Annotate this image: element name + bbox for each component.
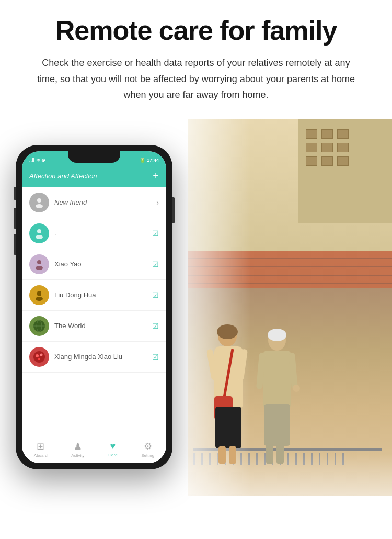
svg-point-2 bbox=[37, 229, 41, 233]
volume-down-button bbox=[14, 234, 16, 255]
svg-rect-27 bbox=[263, 351, 291, 408]
svg-point-33 bbox=[293, 385, 300, 392]
nav-label-care: Care bbox=[108, 453, 117, 457]
contact-name: Liu Dong Hua bbox=[54, 291, 152, 299]
nav-label-aboard: Aboard bbox=[34, 453, 48, 458]
contact-list: New friend › . ☑ bbox=[22, 187, 166, 373]
woman-figure bbox=[204, 320, 256, 467]
care-icon: ♥ bbox=[110, 441, 116, 452]
nav-item-setting[interactable]: ⚙ Setting bbox=[141, 441, 154, 458]
app-content: ..ll ≋ ⊛ 🔋 17:44 Affection and Affection… bbox=[22, 151, 166, 463]
phone-mockup: ..ll ≋ ⊛ 🔋 17:44 Affection and Affection… bbox=[16, 145, 172, 469]
page-wrapper: Remote care for family Check the exercis… bbox=[0, 0, 392, 539]
avatar bbox=[29, 347, 49, 367]
add-contact-button[interactable]: + bbox=[153, 170, 159, 182]
man-figure bbox=[253, 325, 301, 467]
svg-rect-6 bbox=[37, 291, 41, 296]
avatar bbox=[29, 254, 49, 274]
contact-name: Xiao Yao bbox=[54, 260, 152, 268]
contact-name: Xiang Mingda Xiao Liu bbox=[54, 353, 152, 361]
svg-point-13 bbox=[40, 353, 43, 356]
svg-point-7 bbox=[36, 297, 43, 301]
status-left: ..ll ≋ ⊛ bbox=[29, 158, 45, 163]
bottom-nav: ⊞ Aboard ♟ Activity ♥ Care bbox=[22, 436, 166, 463]
content-area: ..ll ≋ ⊛ 🔋 17:44 Affection and Affection… bbox=[0, 119, 392, 496]
aboard-icon: ⊞ bbox=[37, 441, 44, 452]
svg-point-3 bbox=[36, 235, 43, 239]
phone-screen: ..ll ≋ ⊛ 🔋 17:44 Affection and Affection… bbox=[22, 151, 166, 463]
setting-icon: ⚙ bbox=[144, 441, 152, 452]
power-button bbox=[172, 197, 175, 223]
svg-rect-20 bbox=[215, 407, 241, 448]
svg-point-16 bbox=[217, 324, 238, 339]
svg-point-4 bbox=[37, 260, 41, 264]
list-item[interactable]: New friend › bbox=[22, 187, 166, 218]
contact-name: The World bbox=[54, 322, 152, 330]
mute-button bbox=[14, 187, 16, 200]
list-item[interactable]: Xiang Mingda Xiao Liu ☑ bbox=[22, 342, 166, 373]
svg-point-11 bbox=[33, 351, 45, 363]
background-photo bbox=[188, 119, 392, 496]
check-icon: ☑ bbox=[152, 322, 159, 330]
contact-name: . bbox=[54, 229, 152, 237]
avatar bbox=[29, 223, 49, 243]
nav-label-activity: Activity bbox=[71, 453, 84, 458]
nav-item-activity[interactable]: ♟ Activity bbox=[71, 441, 84, 458]
app-header: Affection and Affection + bbox=[22, 166, 166, 187]
subtitle: Check the exercise or health data report… bbox=[34, 55, 358, 103]
svg-rect-30 bbox=[276, 443, 284, 464]
svg-rect-22 bbox=[229, 446, 236, 464]
photo-section bbox=[188, 119, 392, 496]
chevron-right-icon: › bbox=[156, 198, 159, 207]
list-item[interactable]: Xiao Yao ☑ bbox=[22, 249, 166, 280]
header-section: Remote care for family Check the exercis… bbox=[0, 0, 392, 114]
avatar bbox=[29, 285, 49, 305]
svg-point-12 bbox=[36, 354, 39, 357]
contact-list-wrapper: New friend › . ☑ bbox=[22, 187, 166, 436]
svg-rect-28 bbox=[264, 404, 290, 446]
phone-notch bbox=[68, 151, 120, 163]
list-item[interactable]: The World ☑ bbox=[22, 311, 166, 342]
svg-point-0 bbox=[37, 198, 41, 203]
avatar bbox=[29, 316, 49, 336]
svg-point-26 bbox=[268, 329, 286, 341]
nav-label-setting: Setting bbox=[141, 453, 154, 458]
svg-point-1 bbox=[36, 204, 43, 208]
activity-icon: ♟ bbox=[74, 441, 82, 452]
check-icon: ☑ bbox=[152, 291, 159, 299]
list-item[interactable]: Liu Dong Hua ☑ bbox=[22, 280, 166, 311]
check-icon: ☑ bbox=[152, 229, 159, 238]
svg-point-14 bbox=[38, 358, 40, 360]
svg-rect-29 bbox=[266, 443, 273, 464]
svg-point-5 bbox=[36, 266, 43, 270]
main-title: Remote care for family bbox=[16, 16, 376, 46]
nav-item-aboard[interactable]: ⊞ Aboard bbox=[34, 441, 48, 458]
phone-section: ..ll ≋ ⊛ 🔋 17:44 Affection and Affection… bbox=[0, 119, 188, 496]
volume-up-button bbox=[14, 208, 16, 229]
nav-item-care[interactable]: ♥ Care bbox=[108, 441, 117, 457]
app-header-title: Affection and Affection bbox=[29, 172, 97, 180]
contact-name: New friend bbox=[54, 198, 156, 206]
svg-rect-21 bbox=[218, 446, 226, 464]
list-item[interactable]: . ☑ bbox=[22, 218, 166, 249]
check-icon: ☑ bbox=[152, 353, 159, 361]
avatar bbox=[29, 193, 49, 212]
status-right: 🔋 17:44 bbox=[140, 158, 159, 163]
check-icon: ☑ bbox=[152, 260, 159, 268]
